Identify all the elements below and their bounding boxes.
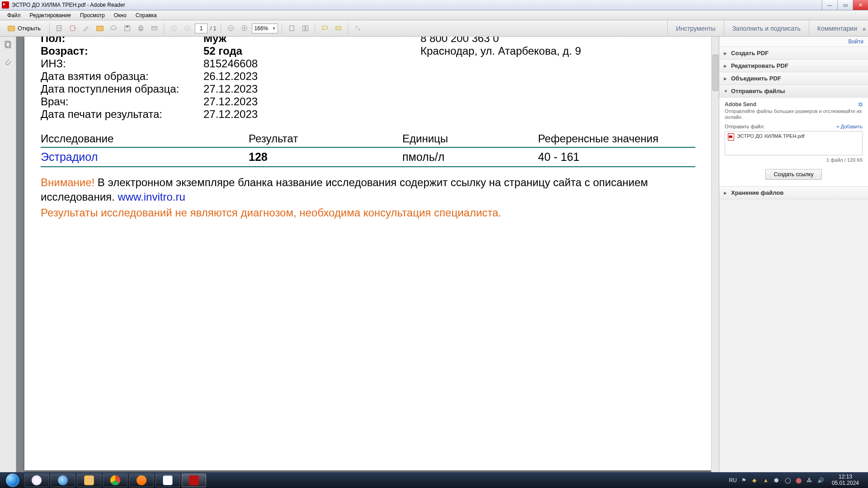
print-date-label: Дата печати результата: <box>41 108 203 121</box>
ie-icon <box>58 475 68 485</box>
taskbar-app-chrome[interactable] <box>103 474 127 487</box>
pdf-icon <box>728 133 734 141</box>
save-icon[interactable] <box>121 23 133 34</box>
svg-rect-5 <box>139 26 142 28</box>
test-link[interactable]: Эстрадиол <box>41 150 98 163</box>
units-value: пмоль/л <box>402 150 538 164</box>
doctor-label: Врач: <box>41 95 203 108</box>
acc-send-files[interactable]: ▼Отправить файлы <box>719 85 868 98</box>
tab-fill-sign[interactable]: Заполнить и подписать <box>724 20 809 37</box>
sign-in-link[interactable]: Войти <box>719 37 868 47</box>
fit-width-icon[interactable] <box>299 23 311 34</box>
close-panels-icon[interactable]: ✕ <box>862 27 866 33</box>
menu-window[interactable]: Окно <box>109 11 131 19</box>
email-icon[interactable] <box>148 23 160 34</box>
invitro-link[interactable]: www.invitro.ru <box>118 191 185 203</box>
volume-icon[interactable]: 🔊 <box>817 477 824 483</box>
acc-edit-pdf[interactable]: ▶Редактировать PDF <box>719 60 868 72</box>
tray-icon-5[interactable]: ⬤ <box>796 477 802 483</box>
network-icon[interactable]: 🖧 <box>807 477 813 483</box>
folder-icon <box>8 26 15 31</box>
warn-label: Внимание! <box>41 176 94 188</box>
taskbar-app-ie[interactable] <box>51 474 75 487</box>
menu-help[interactable]: Справка <box>131 11 161 19</box>
flag-icon[interactable]: ⚑ <box>741 477 748 483</box>
menu-view[interactable]: Просмотр <box>75 11 109 19</box>
svg-rect-14 <box>306 26 308 31</box>
col-units: Единицы <box>402 132 538 145</box>
maximize-button[interactable]: ▭ <box>837 0 853 10</box>
close-button[interactable]: ✕ <box>853 0 868 10</box>
inz-label: ИНЗ: <box>41 57 203 70</box>
tray-icon-2[interactable]: ▲ <box>763 477 769 483</box>
folder-open-icon <box>96 26 104 31</box>
taskbar-app-writer[interactable] <box>156 474 180 487</box>
zoom-in-icon[interactable] <box>238 23 250 34</box>
new-window-icon[interactable]: ⧉ <box>859 101 863 108</box>
acc-combine-pdf[interactable]: ▶Объединить PDF <box>719 72 868 85</box>
tray-icon-1[interactable]: ◆ <box>752 477 759 483</box>
send-file-icon[interactable] <box>94 23 106 34</box>
chevron-down-icon: ▼ <box>724 89 728 94</box>
page-down-icon[interactable] <box>181 23 193 34</box>
comment-icon[interactable] <box>319 23 330 34</box>
menu-edit[interactable]: Редактирование <box>25 11 75 19</box>
export-pdf-icon[interactable] <box>53 23 65 34</box>
tools-pane: Войти ▶Создать PDF ▶Редактировать PDF ▶О… <box>719 37 868 472</box>
highlight-icon[interactable] <box>332 23 344 34</box>
taskbar-app-reader[interactable] <box>182 474 206 487</box>
fit-page-icon[interactable] <box>286 23 297 34</box>
document-viewport[interactable]: Пол: Муж 8 800 200 363 0 Возраст: 52 год… <box>16 37 719 472</box>
acc-label: Редактировать PDF <box>731 62 788 69</box>
svg-point-8 <box>171 26 176 31</box>
result-row: Эстрадиол 128 пмоль/л 40 - 161 <box>41 148 695 167</box>
vertical-scrollbar[interactable] <box>711 37 719 472</box>
acc-create-pdf[interactable]: ▶Создать PDF <box>719 47 868 60</box>
taskbar-app-explorer[interactable] <box>77 474 101 487</box>
create-link-button[interactable]: Создать ссылку <box>765 169 822 180</box>
svg-rect-13 <box>303 26 305 31</box>
taskbar-clock[interactable]: 12:13 05.01.2024 <box>828 474 863 486</box>
disclaimer: Результаты исследований не являются диаг… <box>41 206 695 219</box>
acc-label: Отправить файлы <box>731 88 785 94</box>
file-list[interactable]: ЭСТРО ДО ХИЛМА ТРЕН.pdf <box>725 131 863 155</box>
attachments-icon[interactable] <box>4 57 13 66</box>
taskbar-app-media[interactable] <box>129 474 154 487</box>
scrollbar-thumb[interactable] <box>712 55 718 91</box>
print-date-value: 27.12.2023 <box>203 108 393 121</box>
start-button[interactable] <box>3 472 23 488</box>
tab-tools[interactable]: Инструменты <box>667 20 723 37</box>
print-icon[interactable] <box>135 23 146 34</box>
add-file-link[interactable]: + Добавить <box>836 124 863 129</box>
age-label: Возраст: <box>41 45 203 57</box>
address: Краснодар, ул. Атарбекова, д. 9 <box>420 45 581 57</box>
system-tray: RU ⚑ ◆ ▲ ⬢ ◯ ⬤ 🖧 🔊 12:13 05.01.2024 <box>729 474 865 486</box>
explorer-icon <box>84 475 94 485</box>
create-pdf-icon[interactable] <box>67 23 79 34</box>
file-meta: 1 файл / 120 Кб <box>725 157 863 163</box>
ref-value: 40 - 161 <box>538 150 695 164</box>
minimize-button[interactable]: — <box>822 0 837 10</box>
taskbar-app-1[interactable] <box>24 474 49 487</box>
writer-icon <box>163 475 173 485</box>
gender-value: Муж <box>203 37 393 45</box>
page-number-input[interactable] <box>195 23 208 33</box>
col-ref: Референсные значения <box>538 132 695 145</box>
zoom-out-icon[interactable] <box>225 23 236 34</box>
sign-icon[interactable] <box>80 23 92 34</box>
open-button[interactable]: Открыть <box>3 22 46 35</box>
tray-icon-3[interactable]: ⬢ <box>774 477 780 483</box>
zoom-select[interactable]: 166%▼ <box>252 23 278 33</box>
read-mode-icon[interactable] <box>352 23 363 34</box>
page-up-icon[interactable] <box>168 23 179 34</box>
cloud-icon[interactable] <box>108 23 119 34</box>
menu-file[interactable]: Файл <box>3 11 25 19</box>
tab-comments[interactable]: Комментарии <box>809 20 865 37</box>
language-indicator[interactable]: RU <box>729 477 737 483</box>
tray-icon-4[interactable]: ◯ <box>785 477 791 483</box>
chrome-icon <box>110 475 120 485</box>
acc-store-files[interactable]: ▶Хранение файлов <box>719 187 868 199</box>
zoom-value: 166% <box>254 25 268 32</box>
thumbnails-icon[interactable] <box>4 40 13 49</box>
separator <box>49 23 50 34</box>
